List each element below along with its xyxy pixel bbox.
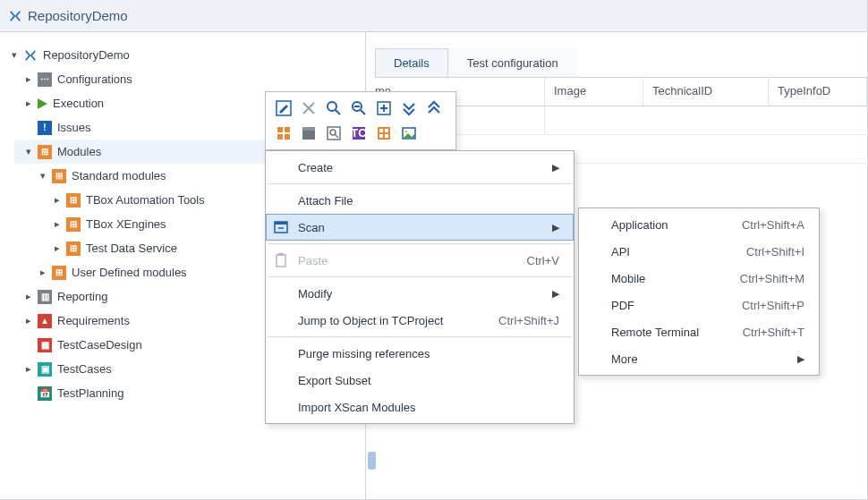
svg-point-17 xyxy=(405,131,408,133)
play-icon xyxy=(38,98,47,109)
svg-rect-13 xyxy=(385,129,388,132)
module-icon: ⊞ xyxy=(66,193,81,208)
module-orange-icon[interactable] xyxy=(373,123,395,144)
menu-separator xyxy=(268,243,572,244)
scan-mobile[interactable]: Mobile Ctrl+Shift+M xyxy=(579,265,819,292)
scan-more[interactable]: More ▶ xyxy=(579,345,819,372)
picture-icon[interactable] xyxy=(398,123,420,144)
planning-icon: 📅 xyxy=(38,386,52,401)
submenu-arrow-icon: ▶ xyxy=(552,162,559,174)
svg-rect-19 xyxy=(275,222,287,225)
tosca-logo-icon xyxy=(9,10,21,22)
inspect-icon[interactable] xyxy=(323,123,345,144)
search-icon[interactable] xyxy=(323,97,345,119)
layout-icon[interactable] xyxy=(298,123,319,144)
submenu-arrow-icon: ▶ xyxy=(797,353,804,365)
splitter-handle[interactable] xyxy=(368,452,376,470)
svg-rect-15 xyxy=(385,134,388,138)
scan-pdf[interactable]: PDF Ctrl+Shift+P xyxy=(579,292,819,318)
svg-text:TC: TC xyxy=(351,126,367,140)
col-image[interactable]: Image xyxy=(545,78,643,106)
edit-icon[interactable] xyxy=(273,97,294,119)
scan-submenu: Application Ctrl+Shift+A API Ctrl+Shift+… xyxy=(578,208,820,376)
reporting-icon: ▥ xyxy=(38,290,52,304)
svg-point-1 xyxy=(328,102,336,111)
menu-separator xyxy=(268,183,572,184)
scan-icon xyxy=(273,219,289,235)
menu-attach-file[interactable]: Attach File xyxy=(266,187,574,214)
submenu-arrow-icon: ▶ xyxy=(552,222,559,233)
menu-export-subset[interactable]: Export Subset xyxy=(266,367,574,394)
tc-icon[interactable]: TC xyxy=(348,123,370,144)
module-icon: ⊞ xyxy=(38,145,52,159)
svg-rect-21 xyxy=(278,253,284,256)
menu-scan[interactable]: Scan ▶ xyxy=(266,214,574,241)
module-icon: ⊞ xyxy=(66,217,81,232)
collapse-down-icon[interactable] xyxy=(398,97,420,119)
testcases-icon: ▣ xyxy=(38,362,52,377)
svg-rect-12 xyxy=(379,129,383,132)
cut-icon[interactable] xyxy=(298,97,319,119)
expand-icon[interactable] xyxy=(373,97,395,119)
quick-toolbar: TC xyxy=(265,91,456,150)
svg-rect-20 xyxy=(277,255,285,267)
col-technicalid[interactable]: TechnicalID xyxy=(643,78,769,106)
menu-separator xyxy=(268,336,572,337)
menu-paste: Paste Ctrl+V xyxy=(266,247,574,274)
design-icon: ▦ xyxy=(38,338,52,352)
menu-import-xscan[interactable]: Import XScan Modules xyxy=(266,394,574,420)
tree-root-label: RepositoryDemo xyxy=(43,48,130,62)
svg-rect-6 xyxy=(302,127,315,131)
module-icon: ⊞ xyxy=(52,169,66,183)
tosca-logo-icon xyxy=(23,48,38,63)
scan-remote-terminal[interactable]: Remote Terminal Ctrl+Shift+T xyxy=(579,318,819,345)
scan-application[interactable]: Application Ctrl+Shift+A xyxy=(579,211,819,238)
collapse-up-icon[interactable] xyxy=(423,97,445,119)
tab-details[interactable]: Details xyxy=(375,48,448,77)
paste-icon xyxy=(273,252,289,268)
menu-create[interactable]: Create ▶ xyxy=(266,154,574,181)
scan-api[interactable]: API Ctrl+Shift+I xyxy=(579,238,819,265)
submenu-arrow-icon: ▶ xyxy=(552,288,559,300)
zoom-out-icon[interactable] xyxy=(348,97,370,119)
svg-rect-14 xyxy=(379,134,383,138)
titlebar: RepositoryDemo xyxy=(0,0,867,32)
issues-icon: ! xyxy=(38,121,52,135)
window-title: RepositoryDemo xyxy=(28,8,128,23)
details-tabs: Details Test configuration xyxy=(375,48,867,78)
tab-test-configuration[interactable]: Test configuration xyxy=(448,48,577,77)
config-icon: ⋯ xyxy=(38,72,52,87)
requirements-icon: ▲ xyxy=(38,314,52,328)
tree-item-configurations[interactable]: ▸⋯ Configurations xyxy=(14,67,365,91)
menu-jump-to-object[interactable]: Jump to Object in TCProject Ctrl+Shift+J xyxy=(266,307,574,334)
module-icon: ⊞ xyxy=(66,242,81,256)
menu-modify[interactable]: Modify ▶ xyxy=(266,280,574,307)
module-icon: ⊞ xyxy=(52,266,66,280)
col-typeinfo[interactable]: TypeInfoD xyxy=(769,78,867,106)
menu-purge[interactable]: Purge missing references xyxy=(266,340,574,367)
context-menu: Create ▶ Attach File Scan ▶ Paste Ctrl+V… xyxy=(265,150,574,424)
menu-separator xyxy=(268,276,572,277)
tree-root[interactable]: ▾ RepositoryDemo xyxy=(0,43,365,67)
module-box-icon[interactable] xyxy=(273,123,294,144)
